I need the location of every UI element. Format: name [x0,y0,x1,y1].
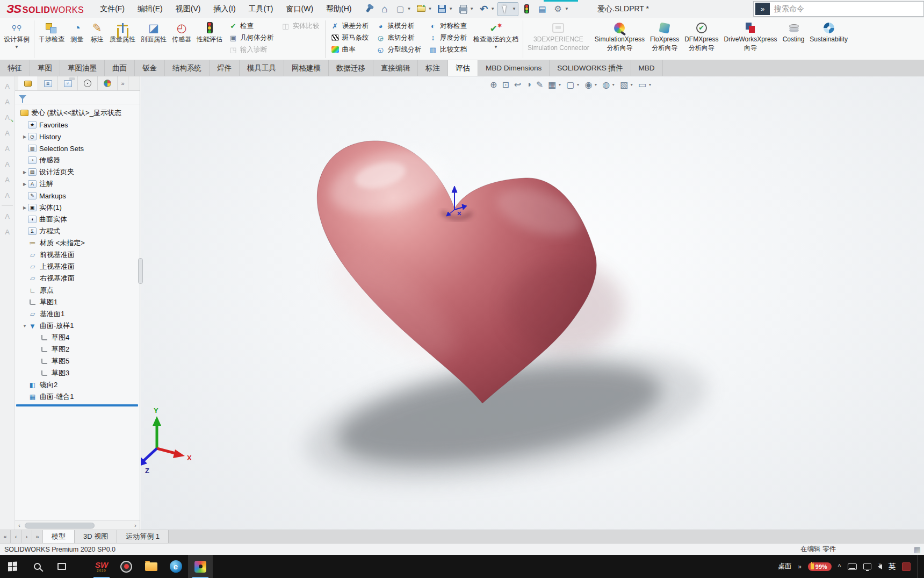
tab-结构系统[interactable]: 结构系统 [165,60,210,76]
tree-item-Markups[interactable]: ✎Markups [15,190,140,202]
tree-item-镜向2[interactable]: ◧镜向2 [15,379,140,391]
tree-item-曲面-缝合1[interactable]: ▦曲面-缝合1 [15,391,140,403]
tree-item-草图2[interactable]: 草图2 [15,344,140,355]
menu-item-4[interactable]: 工具(T) [242,0,280,18]
scroll-left-arrow[interactable]: ‹ [15,523,24,529]
tree-expander[interactable]: ▶ [21,182,28,187]
ribbon-dfmxpress-button[interactable]: ✔DFMXpress分析向导 [682,19,721,60]
ribbon-curvature-button[interactable]: 曲率 [328,44,372,55]
tab-nav-1[interactable]: ‹ [11,530,21,543]
menu-item-5[interactable]: 窗口(W) [280,0,320,18]
annotation-tool-4-button[interactable]: A [2,127,13,139]
hidden-icons-chevron[interactable]: ^ [838,563,841,570]
search-commands-icon[interactable]: » [755,3,770,15]
property-manager-tab[interactable]: ≣ [38,76,58,90]
ribbon-symmetry-check-button[interactable]: ◐对称检查 [426,20,470,31]
tree-item-Favorites[interactable]: ★Favorites [15,119,140,131]
tree-item-方程式[interactable]: Σ方程式 [15,225,140,237]
tree-expander[interactable]: ▶ [21,205,28,210]
ribbon-mass-properties-button[interactable]: 质量属性 [107,19,138,60]
tree-item-材质 <未指定>[interactable]: ≔材质 <未指定> [15,237,140,249]
select-cursor-dropdown[interactable]: ▼ [512,6,516,11]
scroll-thumb[interactable] [25,523,95,529]
annotation-tool-9-button[interactable]: A [2,210,13,222]
solidworks-2020-button[interactable]: SW2020 [89,555,114,578]
edge-browser-button[interactable]: e [163,555,188,578]
ribbon-floxpress-button[interactable]: FloXpress分析向导 [647,19,682,60]
tab-MBD[interactable]: MBD [631,60,663,76]
design-study-dropdown[interactable]: ▼ [15,45,19,49]
menu-item-3[interactable]: 插入(I) [207,0,242,18]
apply-scene-button[interactable]: ▧▼ [618,78,636,91]
zoom-to-fit-button[interactable]: ⊕ [488,78,499,91]
edit-appearance-dropdown[interactable]: ▼ [611,83,615,87]
tree-item-传感器[interactable]: ◔传感器 [15,154,140,166]
tree-expander[interactable]: ▼ [21,324,28,329]
open-document-button[interactable]: ▼ [414,2,434,16]
dimxpert-manager-tab[interactable] [78,76,98,90]
apply-scene-dropdown[interactable]: ▼ [630,83,633,87]
tree-item-History[interactable]: ▶◷History [15,131,140,142]
ribbon-draft-analysis-button[interactable]: ◕拔模分析 [374,20,424,31]
annotation-tool-2-button[interactable]: A [2,96,13,108]
annotation-tool-10-button[interactable]: A [2,226,13,238]
tab-nav-2[interactable]: › [21,530,32,543]
touch-keyboard-icon[interactable] [848,563,857,570]
network-icon[interactable] [863,563,871,569]
search-commands-box[interactable]: » 搜索命令 [753,1,924,17]
view-orientation-dropdown[interactable]: ▼ [558,83,561,87]
ime-language-indicator[interactable]: 英 [889,562,896,572]
ribbon-zebra-stripes-button[interactable]: 斑马条纹 [328,32,372,43]
tab-网格建模[interactable]: 网格建模 [284,60,329,76]
print-dropdown[interactable]: ▼ [470,6,474,11]
panel-splitter-handle[interactable] [138,258,143,284]
tree-expander[interactable]: ▶ [21,134,28,139]
graphics-viewport[interactable]: ⊕⊡↩◑✎▦▼▢▼◉▼◍▼▧▼▭▼ [141,76,924,530]
tree-filter-row[interactable] [15,91,140,104]
save-button[interactable]: ▼ [435,2,454,16]
scroll-right-arrow[interactable]: › [131,523,140,529]
menu-item-0[interactable]: 文件(F) [93,0,131,18]
ribbon-geometry-analysis-button[interactable]: ▣几何体分析 [226,32,277,43]
tab-曲面[interactable]: 曲面 [105,60,135,76]
tab-标注[interactable]: 标注 [418,60,448,76]
annotation-tool-8-button[interactable]: A [2,189,13,201]
status-grid-icon[interactable]: ▦ [914,545,921,554]
tree-item-草图4[interactable]: 草图4 [15,332,140,344]
dynamic-annotation-views-button[interactable]: ✎ [534,78,545,91]
tab-评估[interactable]: 评估 [448,60,478,76]
filter-funnel-icon[interactable] [19,95,26,99]
show-desktop-button[interactable] [917,555,920,578]
tray-app-icon[interactable] [902,562,911,571]
bottom-tab-运动算例 1[interactable]: 运动算例 1 [117,530,169,543]
bottom-tab-模型[interactable]: 模型 [43,530,75,543]
annotation-tool-6-button[interactable]: A [2,158,13,170]
ribbon-section-properties-button[interactable]: ◪剖面属性 [138,19,169,60]
tab-直接编辑[interactable]: 直接编辑 [373,60,418,76]
display-style-button[interactable]: ▢▼ [564,78,582,91]
panel-grip[interactable] [69,77,75,80]
annotation-tool-5-button[interactable]: A [2,142,13,154]
ribbon-simulationxpress-button[interactable]: SimulationXpress分析向导 [592,19,647,60]
file-explorer-button[interactable] [139,555,163,578]
tree-item-右视基准面[interactable]: ▱右视基准面 [15,273,140,284]
hide-show-items-button[interactable]: ◉▼ [582,78,600,91]
desktop-toolbar-label[interactable]: 桌面 [778,562,791,571]
ribbon-sensor-button[interactable]: ◴传感器 [169,19,194,60]
zoom-to-area-button[interactable]: ⊡ [500,78,511,91]
ribbon-check-active-document-button[interactable]: ✔✱检查激活的文档▼ [471,19,521,60]
battery-indicator[interactable]: 99% [808,562,832,571]
edit-appearance-button[interactable]: ◍▼ [600,78,617,91]
tree-item-基准面1[interactable]: ▱基准面1 [15,308,140,320]
tab-草图[interactable]: 草图 [30,60,60,76]
ribbon-check-entity-button[interactable]: ✔检查 [226,20,277,31]
tab-模具工具[interactable]: 模具工具 [240,60,284,76]
open-document-dropdown[interactable]: ▼ [428,6,432,11]
tab-焊件[interactable]: 焊件 [210,60,240,76]
check-active-document-dropdown[interactable]: ▼ [494,45,498,49]
tab-nav-0[interactable]: « [0,530,11,543]
scroll-track[interactable] [24,521,131,530]
taskbar-search-button[interactable] [25,555,49,578]
menu-item-2[interactable]: 视图(V) [169,0,207,18]
tab-数据迁移[interactable]: 数据迁移 [329,60,373,76]
